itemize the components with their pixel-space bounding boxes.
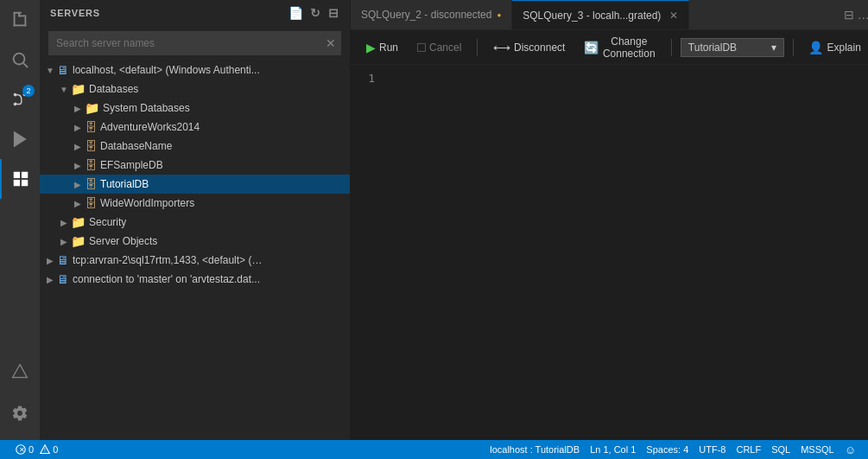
tab-dot-sqlquery2: ● bbox=[497, 11, 501, 19]
more-tabs-icon[interactable]: … bbox=[858, 8, 868, 22]
refresh-icon[interactable]: ↻ bbox=[310, 6, 321, 20]
tree-arrow-systemdb: ▶ bbox=[71, 104, 85, 113]
svg-text:✕: ✕ bbox=[19, 446, 25, 454]
svg-text:!: ! bbox=[44, 447, 46, 453]
tab-close-sqlquery3[interactable]: ✕ bbox=[669, 10, 678, 22]
search-input[interactable] bbox=[48, 31, 341, 55]
tree-arrow-security: ▶ bbox=[57, 218, 71, 227]
cancel-label: Cancel bbox=[429, 41, 461, 54]
status-errors[interactable]: ✕ 0 ! 0 bbox=[10, 440, 63, 459]
tree-label-databases: Databases bbox=[89, 83, 138, 95]
tab-sqlquery2[interactable]: SQLQuery_2 - disconnected ● bbox=[351, 0, 512, 30]
svg-line-7 bbox=[23, 63, 28, 67]
sidebar: SERVERS 📄 ↻ ⊟ ✕ ▼ 🖥 localhost, <default>… bbox=[40, 0, 351, 440]
tree-container: ▼ 🖥 localhost, <default> (Windows Authen… bbox=[40, 61, 350, 440]
tree-label-tutorialdb: TutorialDB bbox=[100, 178, 149, 190]
svg-rect-5 bbox=[18, 16, 26, 17]
tree-arrow-serverobjects: ▶ bbox=[57, 237, 71, 246]
run-button[interactable]: ▶ Run bbox=[359, 38, 405, 57]
language-text: SQL bbox=[771, 444, 790, 455]
tree-arrow-wideworldimporters: ▶ bbox=[71, 199, 85, 208]
status-smiley[interactable]: ☺ bbox=[839, 440, 861, 459]
tree-item-databasename[interactable]: ▶ 🗄 DatabaseName bbox=[40, 137, 350, 156]
server-icon: 🖥 bbox=[57, 63, 69, 77]
tree-arrow-server2: ▶ bbox=[43, 256, 57, 265]
status-line-ending[interactable]: CRLF bbox=[731, 440, 766, 459]
activity-settings[interactable] bbox=[0, 393, 40, 433]
svg-rect-1 bbox=[14, 12, 16, 27]
svg-rect-15 bbox=[22, 180, 28, 186]
tree-item-systemdb[interactable]: ▶ 📁 System Databases bbox=[40, 99, 350, 118]
search-clear-icon[interactable]: ✕ bbox=[326, 36, 336, 50]
run-label: Run bbox=[379, 41, 398, 54]
activity-files[interactable] bbox=[0, 0, 40, 40]
change-connection-label: Change Connection bbox=[602, 35, 656, 60]
tree-item-adventureworks[interactable]: ▶ 🗄 AdventureWorks2014 bbox=[40, 118, 350, 137]
tree-label-wideworldimporters: WideWorldImporters bbox=[100, 197, 194, 209]
tree-item-efsampledb[interactable]: ▶ 🗄 EFSampleDB bbox=[40, 156, 350, 175]
spaces-text: Spaces: 4 bbox=[646, 444, 688, 455]
cancel-button[interactable]: Cancel bbox=[410, 39, 468, 56]
disconnect-button[interactable]: ⟷ Disconnect bbox=[486, 38, 572, 57]
tree-item-tutorialdb[interactable]: ▶ 🗄 TutorialDB bbox=[40, 175, 350, 194]
svg-point-6 bbox=[14, 54, 25, 65]
tree-item-serverobjects[interactable]: ▶ 📁 Server Objects bbox=[40, 232, 350, 251]
run-icon: ▶ bbox=[366, 41, 376, 54]
svg-marker-16 bbox=[13, 365, 28, 378]
status-spaces[interactable]: Spaces: 4 bbox=[641, 440, 694, 459]
folder-icon-databases: 📁 bbox=[71, 82, 86, 96]
tree-label-databasename: DatabaseName bbox=[100, 140, 172, 152]
content-wrapper: SERVERS 📄 ↻ ⊟ ✕ ▼ 🖥 localhost, <default>… bbox=[40, 0, 868, 440]
editor-area: SQLQuery_2 - disconnected ● SQLQuery_3 -… bbox=[351, 0, 868, 440]
server-icon-3: 🖥 bbox=[57, 272, 69, 286]
tree-label-security: Security bbox=[89, 216, 126, 228]
tree-item-wideworldimporters[interactable]: ▶ 🗄 WideWorldImporters bbox=[40, 194, 350, 213]
db-icon-efsampledb: 🗄 bbox=[85, 158, 97, 172]
svg-rect-3 bbox=[25, 16, 27, 26]
split-editor-icon[interactable]: ⊟ bbox=[844, 8, 854, 22]
folder-icon-serverobjects: 📁 bbox=[71, 234, 86, 248]
status-connection[interactable]: localhost : TutorialDB bbox=[485, 440, 585, 459]
tab-sqlquery3[interactable]: SQLQuery_3 - localh...grated) ✕ bbox=[512, 0, 689, 30]
new-query-icon[interactable]: 📄 bbox=[288, 6, 304, 20]
server-icon-2: 🖥 bbox=[57, 253, 69, 267]
status-bar: ✕ 0 ! 0 localhost : TutorialDB Ln 1, Col… bbox=[0, 440, 868, 459]
activity-debug[interactable] bbox=[0, 119, 40, 159]
disconnect-icon: ⟷ bbox=[493, 41, 510, 54]
tree-arrow-adventureworks: ▶ bbox=[71, 123, 85, 132]
activity-extensions[interactable] bbox=[0, 159, 40, 199]
tree-item-server3[interactable]: ▶ 🖥 connection to 'master' on 'arvtestaz… bbox=[40, 270, 350, 289]
tree-item-security[interactable]: ▶ 📁 Security bbox=[40, 213, 350, 232]
activity-deploy[interactable] bbox=[0, 352, 40, 392]
sidebar-header-actions: 📄 ↻ ⊟ bbox=[288, 6, 339, 20]
change-connection-icon: 🔄 bbox=[584, 41, 599, 54]
folder-icon-security: 📁 bbox=[71, 215, 86, 229]
status-language[interactable]: SQL bbox=[766, 440, 795, 459]
svg-rect-2 bbox=[14, 25, 27, 27]
change-connection-button[interactable]: 🔄 Change Connection bbox=[577, 33, 662, 62]
status-position[interactable]: Ln 1, Col 1 bbox=[585, 440, 641, 459]
explain-button[interactable]: 👤 Explain bbox=[801, 38, 867, 57]
activity-search[interactable] bbox=[0, 40, 40, 80]
filter-icon[interactable]: ⊟ bbox=[328, 6, 339, 20]
status-flavor[interactable]: MSSQL bbox=[795, 440, 839, 459]
status-encoding[interactable]: UTF-8 bbox=[694, 440, 731, 459]
line-number-1: 1 bbox=[361, 72, 375, 85]
folder-icon-systemdb: 📁 bbox=[85, 101, 99, 115]
warning-count: 0 bbox=[53, 444, 58, 455]
db-icon-databasename: 🗄 bbox=[85, 139, 97, 153]
tab-label-sqlquery2: SQLQuery_2 - disconnected bbox=[361, 9, 491, 21]
database-dropdown[interactable]: TutorialDB ▾ bbox=[681, 38, 784, 57]
activity-bar: 2 bbox=[0, 0, 40, 440]
status-left: ✕ 0 ! 0 bbox=[10, 440, 63, 459]
editor-text-area[interactable] bbox=[385, 65, 868, 440]
tree-item-databases[interactable]: ▼ 📁 Databases bbox=[40, 80, 350, 99]
tree-arrow-databases: ▼ bbox=[57, 85, 71, 94]
tree-item-server2[interactable]: ▶ 🖥 tcp:arvran-2\sql17rtm,1433, <default… bbox=[40, 251, 350, 270]
db-icon-adventureworks: 🗄 bbox=[85, 120, 97, 134]
tree-item-server1[interactable]: ▼ 🖥 localhost, <default> (Windows Authen… bbox=[40, 61, 350, 80]
tab-bar: SQLQuery_2 - disconnected ● SQLQuery_3 -… bbox=[351, 0, 868, 30]
activity-source-control[interactable]: 2 bbox=[0, 80, 40, 119]
svg-rect-14 bbox=[14, 180, 20, 186]
tree-label-server1: localhost, <default> (Windows Authenti..… bbox=[73, 64, 260, 76]
